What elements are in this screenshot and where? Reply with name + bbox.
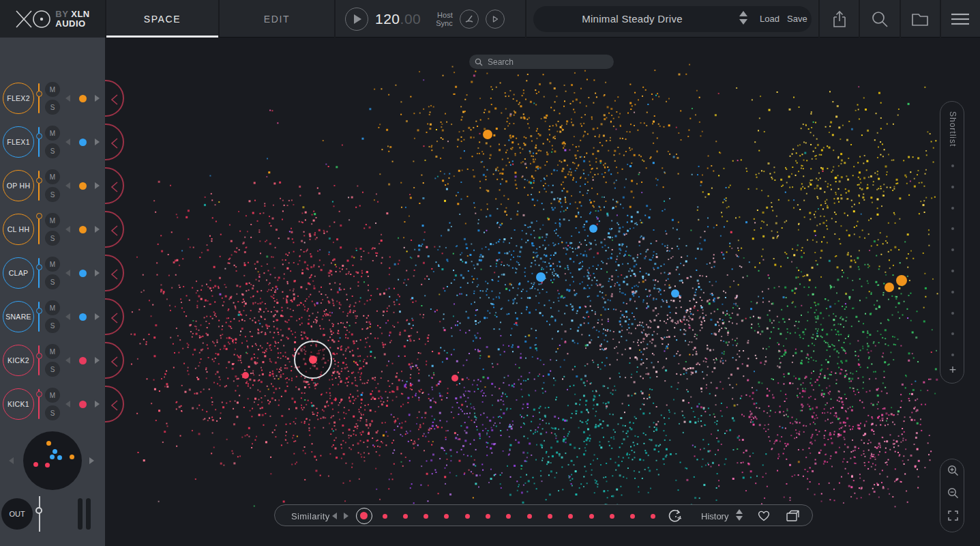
pattern-prev-button[interactable] (9, 457, 14, 464)
similarity-dot[interactable] (383, 514, 387, 519)
similarity-dot[interactable] (424, 514, 428, 519)
mute-button[interactable]: M (45, 213, 60, 228)
similarity-dot[interactable] (465, 514, 470, 519)
similarity-dot[interactable] (506, 514, 511, 519)
pitch-slider-knob[interactable] (36, 308, 42, 314)
similarity-dot[interactable] (403, 514, 408, 519)
pitch-slider-knob[interactable] (36, 177, 42, 184)
pitch-slider[interactable] (38, 258, 40, 288)
channel-color-dot[interactable] (79, 182, 87, 190)
solo-button[interactable]: S (45, 362, 60, 377)
solo-button[interactable]: S (45, 143, 60, 158)
similarity-dot[interactable] (548, 514, 552, 519)
prev-sample-button[interactable] (65, 182, 70, 189)
selected-sample-marker[interactable] (483, 130, 492, 139)
next-sample-button[interactable] (95, 401, 100, 407)
mute-button[interactable]: M (45, 257, 60, 272)
zoom-out-button[interactable] (940, 482, 965, 504)
similarity-dot[interactable] (610, 514, 614, 519)
pattern-next-button[interactable] (89, 457, 94, 464)
solo-button[interactable]: S (45, 231, 60, 246)
next-sample-button[interactable] (95, 95, 100, 102)
regenerate-button[interactable] (668, 508, 683, 523)
similarity-next-button[interactable] (344, 513, 348, 519)
selected-sample-marker[interactable] (671, 289, 679, 298)
sample-scatter-canvas[interactable] (105, 38, 980, 546)
channel-pad-clap[interactable]: CLAP (3, 257, 34, 289)
search-input[interactable] (486, 57, 602, 68)
mute-button[interactable]: M (45, 169, 60, 184)
similarity-dot[interactable] (486, 514, 490, 519)
out-button[interactable]: OUT (1, 498, 33, 530)
search-button[interactable] (859, 0, 899, 38)
channel-color-dot[interactable] (79, 401, 87, 408)
selected-sample-marker[interactable] (309, 356, 317, 364)
tab-space[interactable]: SPACE (105, 0, 218, 38)
similarity-dot[interactable] (568, 514, 573, 519)
similarity-dot[interactable] (527, 514, 532, 519)
master-volume-slider[interactable] (39, 496, 40, 532)
preset-pill[interactable]: Minimal Steady Drive Load Save (533, 6, 812, 32)
pitch-slider-knob[interactable] (36, 264, 42, 270)
selected-sample-marker[interactable] (242, 372, 249, 379)
mute-button[interactable]: M (45, 344, 60, 359)
channel-color-dot[interactable] (79, 270, 87, 277)
solo-button[interactable]: S (45, 274, 60, 289)
similarity-dot[interactable] (651, 514, 655, 519)
pitch-slider-knob[interactable] (36, 133, 42, 139)
mute-button[interactable]: M (45, 388, 60, 403)
selected-sample-marker[interactable] (536, 272, 546, 282)
next-sample-button[interactable] (95, 226, 100, 233)
save-button[interactable]: Save (787, 14, 807, 24)
preset-up-icon[interactable] (739, 11, 747, 16)
pitch-slider-knob[interactable] (36, 213, 42, 219)
similarity-prev-button[interactable] (332, 513, 337, 519)
pitch-slider[interactable] (38, 214, 40, 244)
history-up-icon[interactable] (736, 509, 743, 514)
pitch-slider-knob[interactable] (36, 91, 42, 97)
channel-color-dot[interactable] (79, 226, 87, 233)
similarity-dot[interactable] (630, 514, 635, 519)
next-sample-button[interactable] (95, 357, 100, 364)
bpm-display[interactable]: 120.00 (375, 11, 421, 27)
solo-button[interactable]: S (45, 318, 60, 333)
follow-host-button[interactable] (486, 10, 505, 29)
export-button[interactable] (818, 0, 859, 38)
similarity-selected-dot[interactable] (356, 508, 372, 524)
tab-edit[interactable]: EDIT (218, 0, 334, 38)
channel-pad-kick1[interactable]: KICK1 (3, 388, 34, 420)
zoom-in-button[interactable] (940, 459, 965, 482)
pitch-slider[interactable] (38, 302, 40, 332)
channel-color-dot[interactable] (79, 95, 87, 102)
metronome-button[interactable] (460, 10, 479, 29)
preset-down-icon[interactable] (739, 19, 747, 25)
space-view[interactable]: Shortlist + (105, 38, 980, 546)
mute-button[interactable]: M (45, 300, 60, 315)
channel-color-dot[interactable] (79, 139, 87, 146)
channel-color-dot[interactable] (79, 313, 87, 321)
selected-sample-marker[interactable] (896, 275, 907, 286)
master-volume-knob[interactable] (35, 507, 42, 514)
channel-pad-flex2[interactable]: FLEX2 (3, 83, 34, 114)
menu-button[interactable] (940, 0, 980, 38)
channel-pad-snare[interactable]: SNARE (3, 301, 34, 332)
favorite-button[interactable] (757, 509, 771, 522)
next-sample-button[interactable] (95, 270, 100, 276)
browser-button[interactable] (900, 0, 940, 38)
prev-sample-button[interactable] (65, 226, 70, 233)
solo-button[interactable]: S (45, 187, 60, 202)
preset-name[interactable]: Minimal Steady Drive (533, 13, 731, 25)
shortlist-panel[interactable]: Shortlist + (940, 101, 964, 384)
history-down-icon[interactable] (736, 516, 743, 521)
channel-pad-ophh[interactable]: OP HH (3, 170, 34, 201)
pitch-slider[interactable] (38, 83, 40, 113)
fit-view-button[interactable] (940, 504, 965, 527)
channel-color-dot[interactable] (79, 357, 87, 364)
prev-sample-button[interactable] (65, 313, 70, 320)
load-button[interactable]: Load (760, 14, 779, 24)
pitch-slider[interactable] (38, 171, 40, 201)
prev-sample-button[interactable] (65, 270, 70, 276)
prev-sample-button[interactable] (65, 401, 70, 407)
next-sample-button[interactable] (95, 313, 100, 320)
prev-sample-button[interactable] (65, 357, 70, 364)
